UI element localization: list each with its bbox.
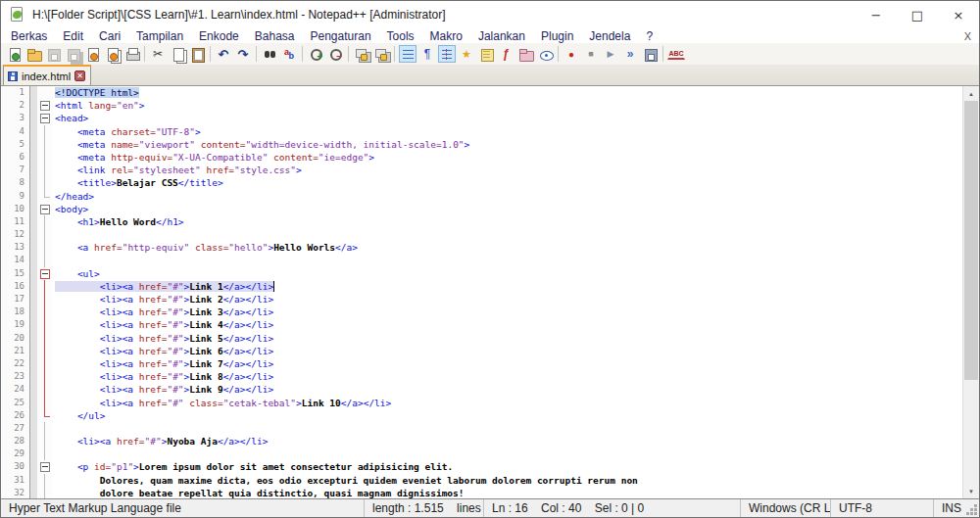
- bookmark-margin[interactable]: [30, 474, 37, 487]
- code-line[interactable]: 5 <meta name="viewport" content="width=d…: [1, 138, 962, 151]
- code-text[interactable]: <!DOCTYPE html>: [53, 86, 962, 99]
- line-number[interactable]: 10: [1, 203, 30, 215]
- line-number[interactable]: 32: [1, 487, 30, 498]
- sync-horizontal-icon[interactable]: [372, 45, 390, 63]
- bookmark-margin[interactable]: [30, 112, 37, 124]
- fold-marker[interactable]: [37, 357, 53, 370]
- close-all-icon[interactable]: [103, 45, 121, 63]
- bookmark-margin[interactable]: [30, 397, 37, 409]
- line-number[interactable]: 14: [1, 254, 30, 266]
- bookmark-margin[interactable]: [30, 86, 37, 99]
- line-number[interactable]: 29: [1, 447, 30, 460]
- code-line[interactable]: 1<!DOCTYPE html>: [1, 86, 962, 99]
- fold-marker[interactable]: [37, 447, 53, 460]
- paste-icon[interactable]: [188, 45, 206, 63]
- bookmark-margin[interactable]: [30, 357, 37, 370]
- bookmark-margin[interactable]: [30, 332, 37, 345]
- bookmark-margin[interactable]: [30, 383, 37, 396]
- menu-item[interactable]: Berkas: [3, 29, 55, 43]
- code-text[interactable]: <p id="p1">Lorem ipsum dolor sit amet co…: [53, 460, 962, 473]
- minimize-button[interactable]: −: [856, 1, 897, 28]
- code-text[interactable]: </ul>: [53, 409, 962, 422]
- fold-marker[interactable]: [37, 228, 53, 241]
- resize-grip[interactable]: [974, 504, 977, 507]
- code-text[interactable]: [53, 254, 962, 266]
- code-line[interactable]: 18 <li><a href="#">Link 3</a></li>: [1, 306, 962, 318]
- bookmark-margin[interactable]: [30, 254, 37, 266]
- code-line[interactable]: 25 <li><a href="#" class="cetak-tebal">L…: [1, 397, 962, 409]
- code-line[interactable]: 3<head>: [1, 112, 962, 124]
- fold-marker[interactable]: [37, 435, 53, 447]
- fold-marker[interactable]: [37, 112, 53, 124]
- menu-item[interactable]: Enkode: [191, 29, 247, 43]
- maximize-button[interactable]: □: [897, 1, 938, 28]
- code-text[interactable]: <li><a href="#">Link 7</a></li>: [53, 357, 962, 370]
- tab-index-html[interactable]: index.html ✕: [3, 65, 91, 85]
- open-file-icon[interactable]: [24, 45, 42, 63]
- fold-marker[interactable]: [37, 332, 53, 345]
- code-text[interactable]: <li><a href="#" class="cetak-tebal">Link…: [53, 397, 962, 409]
- line-number[interactable]: 4: [1, 125, 30, 138]
- menu-item[interactable]: Tools: [379, 29, 422, 43]
- line-number[interactable]: 16: [1, 280, 30, 293]
- code-text[interactable]: [53, 422, 962, 435]
- menu-item[interactable]: Plugin: [533, 29, 581, 43]
- code-line[interactable]: 21 <li><a href="#">Link 6</a></li>: [1, 345, 962, 357]
- fold-marker[interactable]: [37, 487, 53, 498]
- bookmark-margin[interactable]: [30, 345, 37, 357]
- code-text[interactable]: <li><a href="#">Link 8</a></li>: [53, 370, 962, 383]
- code-text[interactable]: [53, 228, 962, 241]
- close-button[interactable]: ×: [938, 1, 979, 28]
- line-number[interactable]: 9: [1, 190, 30, 203]
- bookmark-margin[interactable]: [30, 370, 37, 383]
- code-text[interactable]: </head>: [53, 190, 962, 203]
- fold-marker[interactable]: [37, 254, 53, 266]
- document-monitor-icon[interactable]: [536, 45, 554, 63]
- bookmark-margin[interactable]: [30, 447, 37, 460]
- show-indent-guide-icon[interactable]: [438, 45, 456, 63]
- bookmark-margin[interactable]: [30, 203, 37, 215]
- bookmark-margin[interactable]: [30, 267, 37, 280]
- line-number[interactable]: 8: [1, 176, 30, 189]
- code-text[interactable]: <li><a href="#">Link 2</a></li>: [53, 293, 962, 306]
- line-number[interactable]: 11: [1, 215, 30, 228]
- menu-item[interactable]: Edit: [55, 29, 91, 43]
- fold-marker[interactable]: [37, 306, 53, 318]
- fold-marker[interactable]: [37, 99, 53, 112]
- fold-marker[interactable]: [37, 345, 53, 357]
- bookmark-margin[interactable]: [30, 487, 37, 498]
- code-line[interactable]: 29: [1, 447, 962, 460]
- function-list-icon[interactable]: ƒ: [497, 45, 514, 63]
- close-document-x[interactable]: X: [964, 30, 971, 42]
- code-line[interactable]: 12: [1, 228, 962, 241]
- scrollbar-thumb[interactable]: [964, 101, 978, 380]
- scroll-up-icon[interactable]: ▲: [963, 86, 979, 101]
- code-text[interactable]: <meta http-equiv="X-UA-Compatible" conte…: [53, 151, 962, 164]
- menu-item[interactable]: Jalankan: [470, 29, 533, 43]
- fold-marker[interactable]: [37, 203, 53, 215]
- code-text[interactable]: <li><a href="#">Link 9</a></li>: [53, 383, 962, 396]
- code-text[interactable]: <ul>: [53, 267, 962, 280]
- code-text[interactable]: <li><a href="#">Link 4</a></li>: [53, 318, 962, 331]
- code-line[interactable]: 11 <h1>Hello Word</h1>: [1, 215, 962, 228]
- line-number[interactable]: 17: [1, 293, 30, 306]
- code-line[interactable]: 6 <meta http-equiv="X-UA-Compatible" con…: [1, 151, 962, 164]
- code-text[interactable]: <link rel="stylesheet" href="style.css">: [53, 164, 962, 176]
- bookmark-margin[interactable]: [30, 215, 37, 228]
- bookmark-margin[interactable]: [30, 138, 37, 151]
- code-line[interactable]: 14: [1, 254, 962, 266]
- line-number[interactable]: 25: [1, 397, 30, 409]
- line-number[interactable]: 26: [1, 409, 30, 422]
- bookmark-margin[interactable]: [30, 228, 37, 241]
- copy-icon[interactable]: [169, 45, 186, 63]
- code-line[interactable]: 20 <li><a href="#">Link 5</a></li>: [1, 332, 962, 345]
- line-number[interactable]: 24: [1, 383, 30, 396]
- bookmark-margin[interactable]: [30, 164, 37, 176]
- code-line[interactable]: 19 <li><a href="#">Link 4</a></li>: [1, 318, 962, 331]
- line-number[interactable]: 19: [1, 318, 30, 331]
- scrollbar-track[interactable]: [963, 101, 979, 484]
- code-line[interactable]: 28 <li><a href="#">Nyoba Aja</a></li>: [1, 435, 962, 447]
- bookmark-margin[interactable]: [30, 241, 37, 254]
- line-number[interactable]: 13: [1, 241, 30, 254]
- code-line[interactable]: 23 <li><a href="#">Link 8</a></li>: [1, 370, 962, 383]
